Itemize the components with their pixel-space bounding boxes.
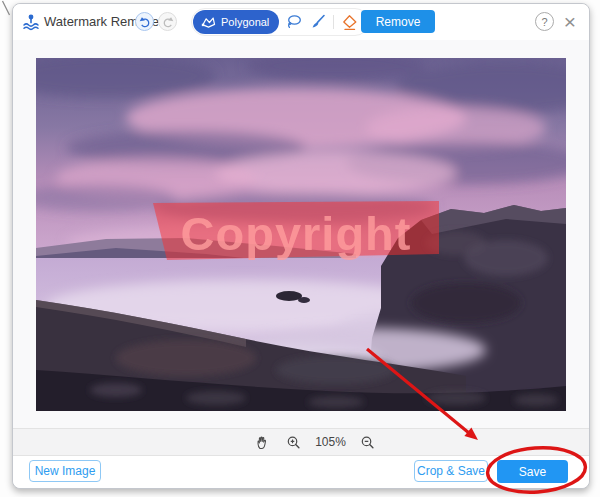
polygonal-tool-button[interactable]: Polygonal: [193, 10, 279, 34]
new-image-button[interactable]: New Image: [29, 460, 101, 482]
brush-icon: [309, 13, 327, 31]
title-bar: Watermark Remover Polygonal: [13, 4, 589, 41]
help-button[interactable]: ?: [535, 12, 554, 31]
close-button[interactable]: ×: [559, 7, 581, 37]
lasso-tool-button[interactable]: [285, 13, 303, 31]
lasso-icon: [285, 13, 303, 31]
redo-button-disabled[interactable]: [158, 12, 177, 31]
crop-and-save-button[interactable]: Crop & Save: [414, 460, 488, 482]
app-logo-icon: [21, 12, 41, 32]
footer-bar: New Image Crop & Save Save: [13, 456, 589, 488]
pan-hand-button[interactable]: [253, 433, 271, 451]
eraser-icon: [341, 14, 358, 31]
photo-canvas[interactable]: Copyright: [36, 58, 566, 411]
new-image-label: New Image: [35, 464, 96, 478]
brush-tool-button[interactable]: [309, 13, 327, 31]
eraser-tool-button[interactable]: [340, 13, 358, 31]
hand-icon: [255, 435, 270, 450]
magnifier-minus-icon: [360, 435, 375, 450]
polygonal-lasso-icon: [201, 16, 216, 29]
zoom-in-button[interactable]: [284, 433, 302, 451]
corner-fold-mark: [3, 1, 10, 15]
save-button-label: Save: [519, 465, 546, 479]
toolbar-divider: [333, 15, 334, 29]
crop-and-save-label: Crop & Save: [417, 464, 485, 478]
zoom-out-button[interactable]: [359, 433, 377, 451]
save-button[interactable]: Save: [497, 460, 568, 483]
selection-tool-group: Polygonal: [191, 8, 369, 36]
close-icon: ×: [564, 10, 576, 34]
remove-button[interactable]: Remove: [361, 10, 435, 33]
seascape-photo: Copyright: [36, 58, 566, 411]
zoom-toolbar: 105%: [13, 428, 589, 456]
watermark-text: Copyright: [181, 207, 412, 260]
editor-canvas-area: Copyright: [13, 40, 589, 428]
magnifier-plus-icon: [286, 435, 301, 450]
remove-button-label: Remove: [376, 15, 421, 29]
help-icon: ?: [541, 16, 547, 28]
polygonal-tool-label: Polygonal: [221, 16, 269, 28]
undo-button[interactable]: [135, 12, 154, 31]
watermark-remover-window: Watermark Remover Polygonal: [12, 3, 590, 489]
zoom-level-value: 105%: [315, 435, 346, 449]
